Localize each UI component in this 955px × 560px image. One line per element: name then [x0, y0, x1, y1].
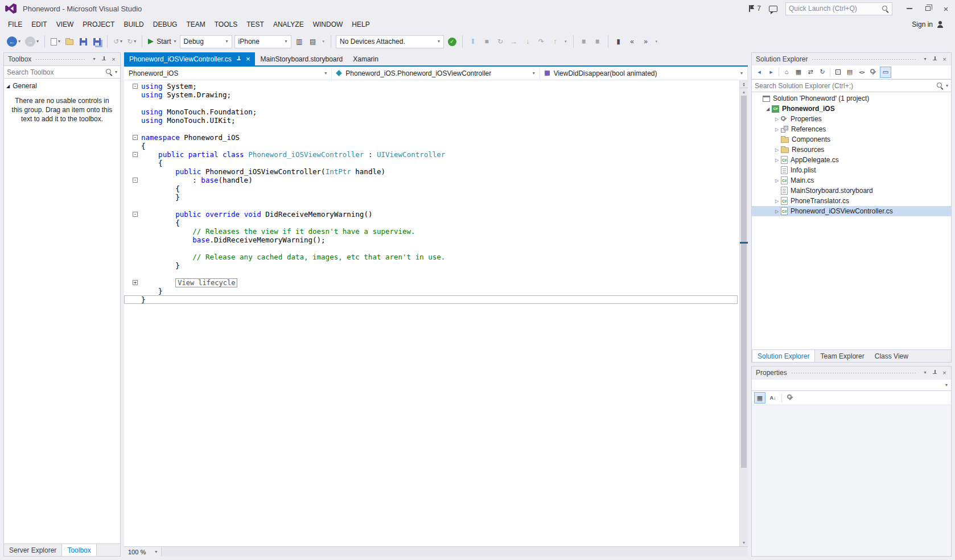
collapsed-arrow-icon[interactable]: ▷: [773, 209, 781, 214]
code-lines[interactable]: -using System;using System.Drawing;using…: [124, 80, 739, 546]
collapsed-arrow-icon[interactable]: ▷: [773, 199, 781, 204]
undo-button[interactable]: ↺▾: [112, 35, 124, 48]
type-dropdown[interactable]: Phoneword_iOS.Phoneword_iOSViewControlle…: [332, 67, 540, 80]
fold-expand-icon[interactable]: +: [124, 280, 141, 285]
code-line[interactable]: [124, 201, 739, 210]
auto-hide-button[interactable]: [930, 368, 940, 378]
feedback-icon[interactable]: [769, 6, 777, 12]
horizontal-scrollbar[interactable]: [162, 547, 748, 557]
tab-team-explorer[interactable]: Team Explorer: [815, 350, 869, 362]
menu-debug[interactable]: DEBUG: [149, 18, 182, 31]
scrollbar-track[interactable]: [740, 96, 748, 539]
alphabetical-button[interactable]: A↓: [767, 392, 779, 403]
tab-class-view[interactable]: Class View: [870, 350, 913, 362]
close-button[interactable]: ×: [937, 0, 955, 17]
menu-project[interactable]: PROJECT: [78, 18, 119, 31]
code-line[interactable]: {: [124, 159, 739, 167]
menu-tools[interactable]: TOOLS: [210, 18, 242, 31]
code-line[interactable]: // Release any cached data, images, etc …: [124, 253, 739, 261]
step-out-button[interactable]: ↑: [549, 35, 561, 48]
tree-item[interactable]: ▷AppDelegate.cs: [752, 155, 951, 165]
window-position-button[interactable]: ▾: [920, 55, 930, 64]
new-file-button[interactable]: ▾: [50, 35, 61, 48]
drag-grip[interactable]: [35, 58, 85, 61]
scrollbar-thumb[interactable]: [741, 96, 747, 468]
document-tab[interactable]: Xamarin: [348, 52, 384, 65]
break-all-button[interactable]: ‖: [467, 35, 479, 48]
view-code-button[interactable]: <>: [856, 67, 867, 78]
window-position-button[interactable]: ▾: [920, 368, 930, 378]
device-dropdown[interactable]: No Devices Attached.▾: [336, 35, 444, 48]
show-all-files-button[interactable]: ▤: [844, 67, 855, 78]
menu-view[interactable]: VIEW: [52, 18, 79, 31]
scroll-up-button[interactable]: ▲: [740, 88, 748, 96]
search-icon[interactable]: [936, 82, 944, 89]
code-line[interactable]: -namespace Phoneword_iOS: [124, 133, 739, 142]
menu-file[interactable]: FILE: [3, 18, 27, 31]
menu-edit[interactable]: EDIT: [27, 18, 51, 31]
code-line[interactable]: [124, 125, 739, 133]
step-over-button[interactable]: ↷: [536, 35, 547, 48]
se-forward-button[interactable]: ▸: [765, 67, 777, 78]
fold-collapse-icon[interactable]: -: [124, 212, 141, 217]
document-tab[interactable]: Phoneword_iOSViewController.cs×: [124, 52, 255, 65]
save-button[interactable]: [77, 35, 89, 48]
collapsed-arrow-icon[interactable]: ▷: [773, 178, 781, 183]
close-icon[interactable]: ×: [246, 55, 250, 63]
search-icon[interactable]: [105, 68, 113, 76]
menu-analyze[interactable]: ANALYZE: [269, 18, 308, 31]
tree-item[interactable]: ▷Phoneword_iOSViewController.cs: [752, 206, 951, 216]
navigate-forward-button[interactable]: →▾: [24, 35, 40, 48]
search-options-caret-icon[interactable]: ▾: [946, 84, 948, 88]
stop-debugging-button[interactable]: ■: [481, 35, 492, 48]
show-next-statement-button[interactable]: →: [508, 35, 520, 48]
menu-window[interactable]: WINDOW: [308, 18, 348, 31]
step-into-button[interactable]: ↓: [522, 35, 533, 48]
notifications-button[interactable]: 7: [749, 5, 761, 13]
code-line[interactable]: - public override void DidReceiveMemoryW…: [124, 210, 739, 219]
collapse-all-button[interactable]: -: [832, 67, 843, 78]
window-position-button[interactable]: ▾: [89, 55, 99, 64]
code-line[interactable]: }: [124, 287, 739, 295]
preview-selected-items-button[interactable]: ▭: [880, 67, 891, 78]
code-line[interactable]: }: [124, 261, 739, 270]
collapsed-arrow-icon[interactable]: ▷: [773, 158, 781, 163]
collapsed-arrow-icon[interactable]: ▷: [773, 127, 781, 132]
drag-grip[interactable]: [812, 58, 916, 61]
tree-item[interactable]: Solution 'Phoneword' (1 project): [752, 93, 951, 104]
code-line[interactable]: {: [124, 142, 739, 150]
auto-hide-button[interactable]: [99, 55, 109, 64]
code-line[interactable]: -using System;: [124, 82, 739, 90]
code-line[interactable]: - public partial class Phoneword_iOSView…: [124, 150, 739, 159]
restore-button[interactable]: [919, 0, 937, 17]
menu-test[interactable]: TEST: [242, 18, 269, 31]
properties-button[interactable]: [868, 67, 879, 78]
code-line[interactable]: {: [124, 184, 739, 193]
toolbox-search-input[interactable]: [7, 68, 103, 76]
code-line[interactable]: }: [124, 295, 738, 304]
fold-collapse-icon[interactable]: -: [124, 84, 141, 89]
redo-button[interactable]: ↻▾: [126, 35, 137, 48]
toggle-bookmark-button[interactable]: ▮: [613, 35, 624, 48]
run-code-analysis-button[interactable]: ✓: [446, 35, 458, 48]
open-file-button[interactable]: [64, 35, 75, 48]
save-all-button[interactable]: [91, 35, 102, 48]
start-debug-button[interactable]: Start▾: [147, 35, 177, 48]
previous-bookmark-button[interactable]: «: [627, 35, 638, 48]
categorized-button[interactable]: ▦: [754, 392, 765, 403]
property-pages-button[interactable]: [785, 392, 796, 403]
tree-item[interactable]: Info.plist: [752, 165, 951, 175]
toolbar-overflow-button[interactable]: ▾: [654, 39, 660, 44]
tree-item[interactable]: ◢Phoneword_iOS: [752, 104, 951, 114]
code-editor[interactable]: -using System;using System.Drawing;using…: [124, 80, 748, 546]
code-line[interactable]: // Releases the view if it doesn't have …: [124, 227, 739, 236]
toolbar-overflow-button[interactable]: ▾: [321, 39, 327, 44]
sign-in-button[interactable]: Sign in: [912, 20, 952, 28]
minimize-button[interactable]: [900, 0, 919, 17]
project-dropdown[interactable]: Phoneword_iOS ▾: [124, 67, 332, 80]
se-back-button[interactable]: ◂: [754, 67, 765, 78]
close-solution-explorer-button[interactable]: ×: [940, 55, 949, 64]
tab-toolbox[interactable]: Toolbox: [61, 544, 96, 556]
code-line[interactable]: public Phoneword_iOSViewController(IntPt…: [124, 167, 739, 176]
code-line[interactable]: + View lifecycle: [124, 278, 739, 287]
